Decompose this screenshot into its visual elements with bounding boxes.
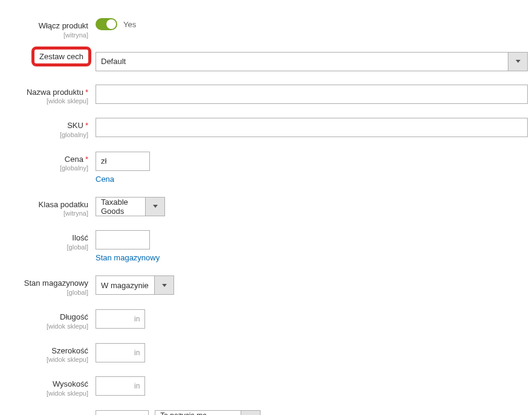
advanced-pricing-link[interactable]: Cena [96, 175, 114, 184]
row-price: Cena* [globalny] Cena [6, 152, 532, 184]
scope-enable: [witryna] [6, 31, 88, 39]
label-name: Nazwa produktu [27, 88, 83, 97]
scope-height: [widok sklepu] [6, 390, 88, 397]
product-form: Włącz produkt [witryna] Yes Zestaw cech … [6, 18, 532, 415]
sku-input[interactable] [96, 118, 528, 137]
row-width: Szerokość [widok sklepu] in [6, 343, 532, 364]
attribute-set-select[interactable]: Default [96, 52, 528, 71]
row-tax-class: Klasa podatku [witryna] Taxable Goods [6, 197, 532, 217]
enable-toggle[interactable] [96, 18, 117, 30]
row-weight: Waga [globalny] lbs Ta pozycja ma przypi… [6, 410, 532, 415]
chevron-down-icon [154, 276, 174, 294]
row-height: Wysokość [widok sklepu] in [6, 376, 532, 397]
enable-toggle-label: Yes [123, 20, 136, 29]
length-unit: in [129, 310, 144, 328]
advanced-inventory-link[interactable]: Stan magazynowy [96, 253, 160, 262]
row-qty: Ilość [global] Stan magazynowy [6, 230, 532, 262]
scope-stock-status: [global] [6, 289, 88, 296]
chevron-down-icon [508, 53, 527, 71]
label-tax-class: Klasa podatku [6, 200, 88, 210]
chevron-down-icon [241, 411, 260, 415]
scope-price: [globalny] [6, 164, 88, 172]
label-sku: SKU [67, 121, 83, 130]
attribute-set-value: Default [96, 57, 508, 66]
width-input[interactable] [96, 344, 129, 362]
length-input-group: in [96, 309, 145, 329]
scope-name: [widok sklepu] [6, 97, 88, 105]
row-length: Długość [widok sklepu] in [6, 309, 532, 330]
required-marker: * [85, 121, 88, 130]
row-name: Nazwa produktu* [widok sklepu] [6, 85, 532, 105]
tax-class-select[interactable]: Taxable Goods [96, 197, 165, 216]
chevron-down-icon [145, 198, 164, 216]
length-input[interactable] [96, 310, 129, 328]
scope-qty: [global] [6, 243, 88, 251]
weight-mode-value: Ta pozycja ma przypisaną wagę [155, 411, 241, 415]
row-enable: Włącz produkt [witryna] Yes [6, 18, 532, 39]
weight-unit: lbs [129, 411, 148, 415]
label-enable: Włącz produkt [6, 21, 88, 31]
label-length: Długość [6, 312, 88, 322]
weight-input[interactable] [96, 411, 129, 415]
label-width: Szerokość [6, 346, 88, 356]
scope-sku: [globalny] [6, 131, 88, 138]
required-marker: * [85, 88, 88, 97]
row-attribute-set: Zestaw cech Default [6, 52, 532, 71]
stock-status-select[interactable]: W magazynie [96, 275, 174, 295]
name-input[interactable] [96, 85, 528, 104]
label-attribute-set: Zestaw cech [39, 52, 83, 61]
width-input-group: in [96, 343, 145, 362]
label-stock-status: Stan magazynowy [6, 278, 88, 288]
height-input[interactable] [96, 377, 129, 395]
label-qty: Ilość [6, 233, 88, 243]
row-sku: SKU* [globalny] [6, 118, 532, 138]
label-price: Cena [65, 155, 83, 164]
highlight-attribute-set: Zestaw cech [31, 47, 91, 66]
scope-tax-class: [witryna] [6, 210, 88, 217]
tax-class-value: Taxable Goods [96, 198, 145, 216]
weight-mode-select[interactable]: Ta pozycja ma przypisaną wagę [155, 410, 261, 415]
width-unit: in [129, 344, 144, 362]
label-height: Wysokość [6, 379, 88, 389]
stock-status-value: W magazynie [96, 281, 154, 290]
required-marker: * [85, 155, 88, 164]
height-input-group: in [96, 376, 145, 396]
row-stock-status: Stan magazynowy [global] W magazynie [6, 275, 532, 296]
weight-input-group: lbs [96, 410, 149, 415]
scope-length: [widok sklepu] [6, 323, 88, 330]
scope-width: [widok sklepu] [6, 356, 88, 363]
qty-input[interactable] [96, 230, 150, 249]
height-unit: in [129, 377, 144, 395]
price-input[interactable] [96, 152, 150, 171]
